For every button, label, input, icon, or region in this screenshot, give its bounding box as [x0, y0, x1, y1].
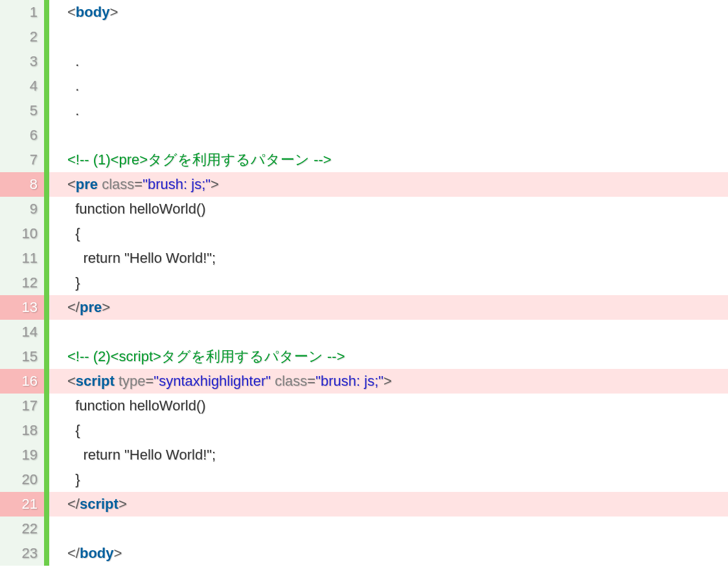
code-line: 18 {: [0, 418, 728, 443]
code-content: [49, 123, 728, 148]
token-punct: >: [119, 496, 127, 512]
code-content: {: [49, 418, 728, 443]
line-number: 1: [0, 0, 44, 25]
token-punct: <: [67, 176, 76, 192]
gutter-marker: [44, 123, 49, 148]
token-plain: function helloWorld(): [67, 201, 206, 217]
token-tagname: pre: [76, 176, 98, 192]
code-content: <!-- (2)<script>タグを利用するパターン -->: [49, 344, 728, 369]
code-content: [49, 320, 728, 344]
line-number: 18: [0, 418, 44, 443]
token-punct: >: [114, 545, 122, 561]
token-punct: >: [109, 4, 118, 20]
line-number: 12: [0, 271, 44, 295]
token-punct: <: [67, 373, 76, 389]
gutter-marker: [44, 271, 49, 295]
token-string: "syntaxhighlighter": [154, 373, 271, 389]
code-line: 5 .: [0, 98, 728, 123]
token-string: "brush: js;": [315, 373, 383, 389]
code-line: 22: [0, 517, 728, 541]
code-content: function helloWorld(): [49, 394, 728, 418]
token-punct: =: [146, 373, 154, 389]
line-number: 20: [0, 467, 44, 492]
code-line: 14: [0, 320, 728, 344]
code-block: 1<body>23 .4 .5 .67<!-- (1)<pre>タグを利用するパ…: [0, 0, 728, 566]
token-plain: .: [67, 53, 79, 69]
gutter-marker: [44, 541, 49, 566]
code-content: <script type="syntaxhighlighter" class="…: [49, 369, 728, 394]
code-line: 2: [0, 25, 728, 49]
token-punct: >: [383, 373, 392, 389]
code-content: [49, 517, 728, 541]
code-line: 4 .: [0, 74, 728, 98]
code-content: </pre>: [49, 295, 728, 320]
token-plain: return "Hello World!";: [67, 250, 216, 266]
token-string: "brush: js;": [142, 176, 210, 192]
line-number: 16: [0, 369, 44, 394]
line-number: 21: [0, 492, 44, 517]
code-content: .: [49, 98, 728, 123]
code-content: return "Hello World!";: [49, 246, 728, 271]
line-number: 10: [0, 221, 44, 246]
line-number: 6: [0, 123, 44, 148]
code-line: 21</script>: [0, 492, 728, 517]
gutter-marker: [44, 295, 49, 320]
code-content: return "Hello World!";: [49, 443, 728, 467]
token-punct: =: [134, 176, 142, 192]
gutter-marker: [44, 148, 49, 172]
token-punct: =: [307, 373, 315, 389]
code-line: 1<body>: [0, 0, 728, 25]
code-line: 19 return "Hello World!";: [0, 443, 728, 467]
token-tagname: script: [76, 373, 115, 389]
token-punct: </: [67, 545, 80, 561]
token-plain: }: [67, 471, 80, 487]
token-tagname: body: [76, 4, 110, 20]
code-content: <body>: [49, 0, 728, 25]
gutter-marker: [44, 172, 49, 197]
gutter-marker: [44, 49, 49, 74]
code-line: 17 function helloWorld(): [0, 394, 728, 418]
code-line: 11 return "Hello World!";: [0, 246, 728, 271]
token-tagname: script: [80, 496, 119, 512]
gutter-marker: [44, 467, 49, 492]
code-content: </body>: [49, 541, 728, 566]
gutter-marker: [44, 246, 49, 271]
gutter-marker: [44, 98, 49, 123]
token-punct: <: [67, 4, 76, 20]
token-attr: type: [119, 373, 146, 389]
token-plain: .: [67, 78, 79, 94]
token-plain: {: [67, 422, 80, 438]
line-number: 9: [0, 197, 44, 221]
token-comment: <!-- (2)<script>タグを利用するパターン -->: [67, 348, 345, 364]
code-line: 6: [0, 123, 728, 148]
code-line: 8<pre class="brush: js;">: [0, 172, 728, 197]
code-line: 13</pre>: [0, 295, 728, 320]
token-comment: <!-- (1)<pre>タグを利用するパターン -->: [67, 151, 332, 168]
gutter-marker: [44, 0, 49, 25]
line-number: 13: [0, 295, 44, 320]
line-number: 7: [0, 148, 44, 172]
gutter-marker: [44, 492, 49, 517]
code-line: 9 function helloWorld(): [0, 197, 728, 221]
token-tagname: body: [80, 545, 114, 561]
line-number: 4: [0, 74, 44, 98]
gutter-marker: [44, 517, 49, 541]
gutter-marker: [44, 197, 49, 221]
code-content: .: [49, 49, 728, 74]
code-content: <!-- (1)<pre>タグを利用するパターン -->: [49, 148, 728, 172]
token-tagname: pre: [80, 299, 102, 315]
line-number: 2: [0, 25, 44, 49]
code-line: 12 }: [0, 271, 728, 295]
gutter-marker: [44, 74, 49, 98]
gutter-marker: [44, 221, 49, 246]
token-plain: }: [67, 274, 80, 291]
code-content: <pre class="brush: js;">: [49, 172, 728, 197]
line-number: 11: [0, 246, 44, 271]
code-line: 16<script type="syntaxhighlighter" class…: [0, 369, 728, 394]
code-content: .: [49, 74, 728, 98]
token-attr: class: [275, 373, 307, 389]
line-number: 23: [0, 541, 44, 566]
token-punct: </: [67, 299, 80, 315]
line-number: 15: [0, 344, 44, 369]
token-plain: {: [67, 225, 80, 241]
